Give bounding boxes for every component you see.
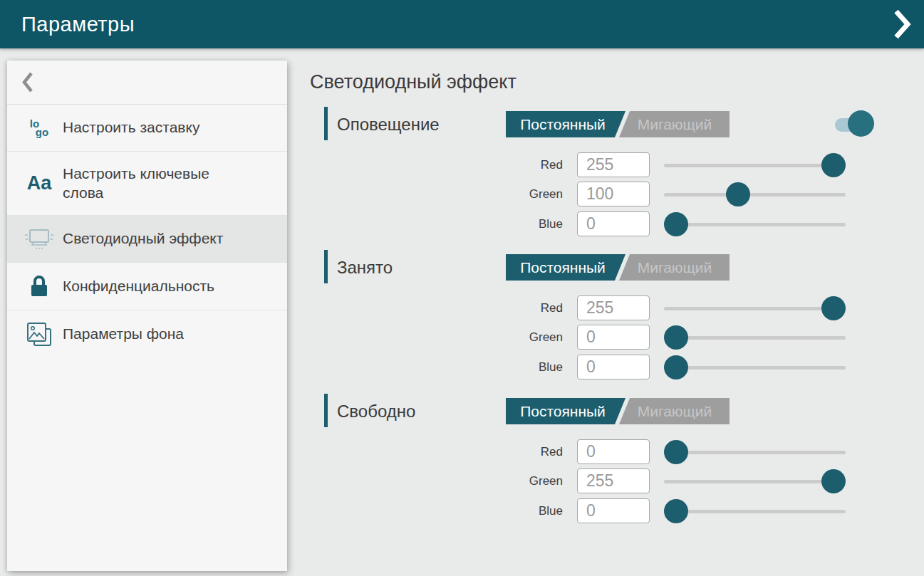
red-value-input[interactable] <box>577 152 650 177</box>
section-accent-bar <box>324 394 328 427</box>
chevron-right-icon <box>893 9 911 40</box>
section-free: Свободно Постоянный Мигающий Red Green B… <box>310 395 924 538</box>
lock-icon <box>21 263 57 310</box>
slider-track <box>664 336 846 340</box>
blue-value-input[interactable] <box>577 355 650 379</box>
sidebar-item-led-effect[interactable]: Светодиодный эффект <box>7 216 287 263</box>
app-header: Параметры <box>0 0 924 48</box>
page-title: Параметры <box>21 13 135 36</box>
blue-slider[interactable] <box>664 498 846 524</box>
settings-screen: Параметры lo go Настроить заставку <box>0 0 924 576</box>
slider-knob[interactable] <box>664 499 688 523</box>
green-label: Green <box>310 468 563 494</box>
mode-option-constant[interactable] <box>506 254 625 281</box>
blue-slider[interactable] <box>664 355 846 380</box>
slider-track <box>664 307 846 310</box>
section-title: Занято <box>337 253 393 282</box>
green-label: Green <box>310 325 563 350</box>
rgb-row-blue: Blue <box>310 211 924 237</box>
settings-sidebar: lo go Настроить заставку Aa Настроить кл… <box>7 61 287 571</box>
green-slider[interactable] <box>664 468 846 494</box>
slider-knob[interactable] <box>726 182 750 206</box>
green-slider[interactable] <box>664 182 846 207</box>
logo-icon-text-bottom: go <box>36 128 48 137</box>
green-label: Green <box>310 182 563 207</box>
sidebar-item-label: Светодиодный эффект <box>63 229 223 248</box>
green-value-input[interactable] <box>577 325 650 350</box>
mode-toggle: Постоянный Мигающий <box>506 111 730 137</box>
rgb-row-green: Green <box>310 325 924 350</box>
rgb-row-green: Green <box>310 468 924 494</box>
blue-value-input[interactable] <box>577 211 650 236</box>
rgb-row-red: Red <box>310 295 924 321</box>
chevron-left-icon <box>21 71 33 93</box>
slider-track <box>664 451 846 454</box>
section-title: Оповещение <box>337 110 440 139</box>
slider-knob[interactable] <box>664 325 688 350</box>
mode-toggle: Постоянный Мигающий <box>506 398 730 424</box>
section-accent-bar <box>324 250 328 283</box>
blue-value-input[interactable] <box>577 498 650 523</box>
rgb-row-green: Green <box>310 182 924 207</box>
led-screen-icon <box>21 216 57 262</box>
red-label: Red <box>310 295 563 321</box>
red-slider[interactable] <box>664 439 846 465</box>
section-notification: Оповещение Постоянный Мигающий Red Green <box>310 108 924 251</box>
section-title: Свободно <box>337 397 415 426</box>
slider-track <box>664 480 846 483</box>
green-slider[interactable] <box>664 325 846 350</box>
red-value-input[interactable] <box>577 439 650 464</box>
logo-icon: lo go <box>21 105 57 151</box>
content-title: Светодиодный эффект <box>310 71 516 93</box>
sidebar-item-privacy[interactable]: Конфиденциальность <box>7 263 287 310</box>
sidebar-item-label: Параметры фона <box>63 325 184 343</box>
blue-label: Blue <box>310 355 563 380</box>
green-value-input[interactable] <box>577 182 650 206</box>
slider-knob[interactable] <box>821 296 846 320</box>
section-accent-bar <box>324 107 328 140</box>
keywords-icon-text: Aa <box>27 172 52 194</box>
notification-led-switch[interactable] <box>835 110 875 138</box>
rgb-row-blue: Blue <box>310 355 924 380</box>
slider-knob[interactable] <box>664 355 688 379</box>
slider-track <box>664 193 846 197</box>
mode-option-constant[interactable] <box>506 111 625 137</box>
red-slider[interactable] <box>664 152 846 178</box>
sidebar-item-label: Настроить заставку <box>63 118 199 137</box>
sidebar-item-label: Настроить ключевые слова <box>63 164 237 202</box>
collapse-panel-button[interactable] <box>890 9 914 40</box>
rgb-row-red: Red <box>310 152 924 178</box>
switch-knob <box>848 110 874 137</box>
blue-label: Blue <box>310 211 563 237</box>
slider-knob[interactable] <box>821 153 846 177</box>
red-slider[interactable] <box>664 295 846 321</box>
slider-track <box>664 510 846 513</box>
rgb-row-red: Red <box>310 439 924 465</box>
green-value-input[interactable] <box>577 468 650 493</box>
blue-label: Blue <box>310 498 563 524</box>
red-label: Red <box>310 439 563 465</box>
sidebar-item-splash-screen[interactable]: lo go Настроить заставку <box>7 105 287 152</box>
rgb-row-blue: Blue <box>310 498 924 524</box>
sidebar-back-button[interactable] <box>7 61 287 105</box>
sidebar-item-label: Конфиденциальность <box>63 277 214 295</box>
mode-toggle: Постоянный Мигающий <box>506 254 730 281</box>
blue-slider[interactable] <box>664 211 846 237</box>
mode-option-constant[interactable] <box>506 398 625 424</box>
slider-knob[interactable] <box>664 440 688 464</box>
slider-knob[interactable] <box>664 212 688 236</box>
background-image-icon <box>21 310 57 358</box>
section-busy: Занято Постоянный Мигающий Red Green Blu… <box>310 251 924 394</box>
keywords-icon: Aa <box>21 152 57 215</box>
red-value-input[interactable] <box>577 295 650 320</box>
slider-knob[interactable] <box>821 469 846 493</box>
slider-track <box>664 164 846 167</box>
slider-track <box>664 366 846 370</box>
sidebar-item-keywords[interactable]: Aa Настроить ключевые слова <box>7 152 287 216</box>
slider-track <box>664 223 846 226</box>
red-label: Red <box>310 152 563 178</box>
sidebar-item-background[interactable]: Параметры фона <box>7 310 287 358</box>
